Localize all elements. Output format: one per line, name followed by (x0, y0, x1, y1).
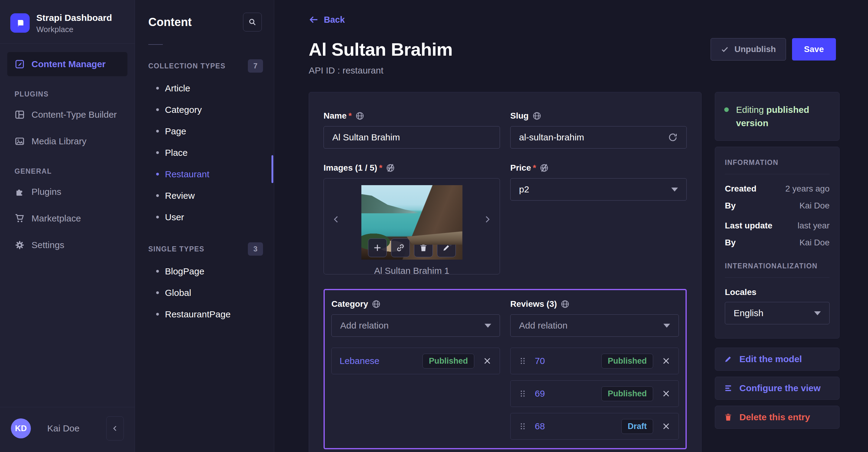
add-relation-placeholder: Add relation (340, 320, 389, 331)
nav-item-label: Settings (31, 240, 64, 250)
avatar[interactable]: KD (11, 418, 31, 439)
nav-item-media-library[interactable]: Media Library (7, 129, 127, 153)
relation-link[interactable]: 70 (535, 356, 545, 366)
relation-link[interactable]: 68 (535, 421, 545, 431)
single-type-blogpage[interactable]: BlogPage (145, 260, 264, 282)
delete-media-button[interactable] (414, 238, 433, 257)
nav-item-marketplace[interactable]: Marketplace (7, 206, 127, 230)
add-relation-placeholder: Add relation (519, 320, 567, 331)
information-header: INFORMATION (725, 159, 830, 167)
bullet-dot (156, 87, 159, 90)
slug-field: Slug al-sultan-brahim (510, 111, 687, 149)
list-item-label: Restaurant (165, 169, 210, 180)
regenerate-slug-icon[interactable] (668, 132, 678, 142)
pencil-icon (442, 243, 451, 252)
workspace-switcher[interactable]: Strapi Dashboard Workplace (7, 8, 127, 43)
nav-footer: KD Kai Doe (0, 407, 135, 452)
delete-entry-label: Delete this entry (739, 412, 810, 422)
meta-value: 2 years ago (785, 184, 830, 194)
edit-media-button[interactable] (437, 238, 456, 257)
link-icon (396, 243, 405, 252)
price-field: Price* p2 (510, 163, 687, 275)
single-type-global[interactable]: Global (145, 282, 264, 303)
entry-form-card: Name* Al Sultan Brahim Slug (309, 92, 702, 452)
globe-slash-icon (539, 163, 549, 172)
carousel-previous-icon[interactable] (332, 215, 341, 224)
nav-item-label: Media Library (31, 136, 87, 147)
collection-type-page[interactable]: Page (145, 121, 264, 142)
collection-type-restaurant[interactable]: Restaurant (145, 163, 264, 185)
status-badge: Published (601, 386, 653, 401)
relations-group: Category Add relation (323, 289, 687, 449)
nav-item-content-type-builder[interactable]: Content-Type Builder (7, 103, 127, 127)
add-media-button[interactable] (368, 238, 387, 257)
chevron-left-icon (111, 424, 119, 432)
collapse-nav-button[interactable] (106, 416, 124, 441)
internationalization-header: INTERNATIONALIZATION (725, 262, 830, 270)
drag-handle-icon[interactable] (519, 422, 527, 430)
copy-link-button[interactable] (391, 238, 410, 257)
globe-icon (372, 299, 381, 309)
subnav-divider (148, 44, 163, 45)
nav-item-content-manager[interactable]: Content Manager (7, 52, 127, 76)
media-actions (368, 238, 456, 257)
meta-label: By (725, 238, 736, 248)
collection-type-category[interactable]: Category (145, 99, 264, 121)
gear-icon (14, 240, 25, 250)
nav-item-plugins[interactable]: Plugins (7, 180, 127, 204)
trash-icon (724, 413, 733, 422)
nav-item-settings[interactable]: Settings (7, 233, 127, 257)
drag-handle-icon[interactable] (519, 357, 527, 365)
nav-item-label: Content Manager (31, 59, 105, 69)
collection-type-article[interactable]: Article (145, 77, 264, 99)
unpublish-button[interactable]: Unpublish (711, 38, 786, 61)
reviews-add-relation-select[interactable]: Add relation (510, 314, 679, 337)
carousel-next-icon[interactable] (483, 215, 492, 224)
delete-entry-button[interactable]: Delete this entry (715, 406, 840, 429)
list-item-label: RestaurantPage (165, 309, 230, 320)
bullet-dot (156, 291, 159, 294)
locale-select[interactable]: English (725, 302, 830, 324)
slug-input[interactable]: al-sultan-brahim (510, 126, 687, 149)
bullet-dot (156, 108, 159, 111)
unpublish-label: Unpublish (735, 44, 776, 54)
category-field: Category Add relation (332, 299, 500, 440)
collection-type-place[interactable]: Place (145, 142, 264, 163)
name-label: Name (323, 111, 346, 121)
relation-link[interactable]: Lebanese (340, 356, 379, 366)
content-type-builder-icon (14, 109, 25, 120)
remove-relation-icon[interactable] (661, 356, 671, 365)
globe-slash-icon (386, 163, 395, 172)
drag-handle-icon[interactable] (519, 389, 527, 398)
collection-type-review[interactable]: Review (145, 185, 264, 206)
list-item-label: Category (165, 105, 202, 115)
relation-link[interactable]: 69 (535, 388, 545, 399)
remove-relation-icon[interactable] (661, 422, 671, 431)
plus-icon (373, 243, 382, 252)
subnav-title: Content (148, 16, 192, 29)
price-select[interactable]: p2 (510, 178, 687, 201)
save-button[interactable]: Save (792, 38, 836, 61)
edit-model-button[interactable]: Edit the model (715, 348, 840, 370)
relation-item: 70 Published (510, 348, 679, 374)
configure-view-button[interactable]: Configure the view (715, 377, 840, 400)
search-button[interactable] (243, 13, 262, 31)
entry-meta-rail: Editing published version INFORMATION Cr… (715, 92, 840, 429)
nav-item-label: Marketplace (31, 213, 81, 224)
editing-status-text: Editing published version (736, 103, 830, 129)
subnav-scrollbar-thumb[interactable] (272, 155, 273, 183)
single-type-restaurantpage[interactable]: RestaurantPage (145, 303, 264, 325)
name-input[interactable]: Al Sultan Brahim (323, 126, 500, 149)
status-badge: Draft (621, 419, 653, 434)
remove-relation-icon[interactable] (661, 389, 671, 398)
category-add-relation-select[interactable]: Add relation (332, 314, 500, 337)
back-link[interactable]: Back (309, 14, 345, 25)
configure-view-label: Configure the view (739, 383, 820, 393)
entry-editor-main: Back Al Sultan Brahim Unpublish Save API… (274, 0, 868, 452)
remove-relation-icon[interactable] (483, 356, 492, 365)
list-item-label: Article (165, 83, 190, 94)
meta-row-last-update: Last update last year (725, 221, 830, 230)
collection-type-user[interactable]: User (145, 206, 264, 228)
price-value: p2 (519, 184, 529, 195)
price-label: Price (510, 163, 531, 173)
